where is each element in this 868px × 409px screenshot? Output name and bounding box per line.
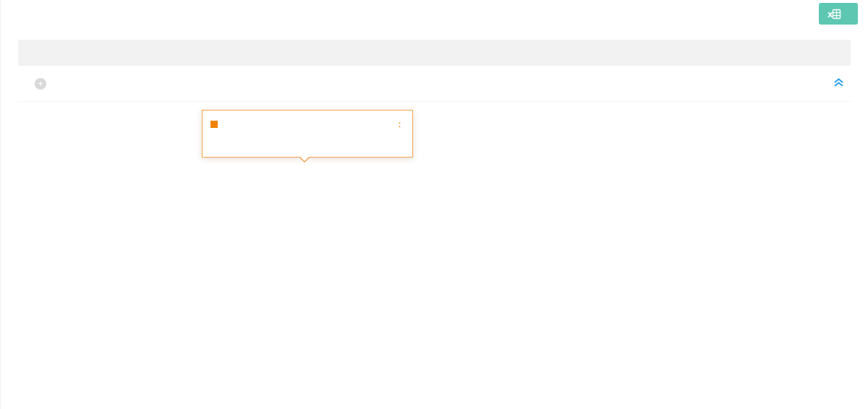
export-analysis-button[interactable]: x bbox=[819, 3, 858, 25]
reads-trend-chart[interactable]: ： bbox=[1, 106, 868, 409]
collapse-cell bbox=[119, 77, 851, 90]
tooltip-arrow bbox=[299, 157, 310, 163]
table-row: + bbox=[18, 66, 851, 102]
keyword-cell: + bbox=[18, 78, 119, 90]
area-chart-canvas[interactable] bbox=[1, 106, 868, 409]
chevron-double-up-icon bbox=[833, 77, 844, 87]
collapse-link[interactable] bbox=[833, 77, 848, 87]
topbar: x bbox=[1, 0, 868, 40]
tooltip-article-list bbox=[203, 140, 412, 157]
keyword-table: + bbox=[18, 40, 851, 102]
chart-tooltip: ： bbox=[202, 110, 413, 158]
keyword-analysis-page: x + bbox=[0, 0, 868, 409]
tooltip-header: ： bbox=[203, 111, 412, 135]
tooltip-reads: ： bbox=[395, 118, 404, 131]
series-swatch-icon bbox=[210, 121, 218, 128]
table-header bbox=[18, 40, 851, 66]
excel-icon: x bbox=[827, 8, 841, 20]
expand-plus-icon[interactable]: + bbox=[35, 78, 46, 90]
